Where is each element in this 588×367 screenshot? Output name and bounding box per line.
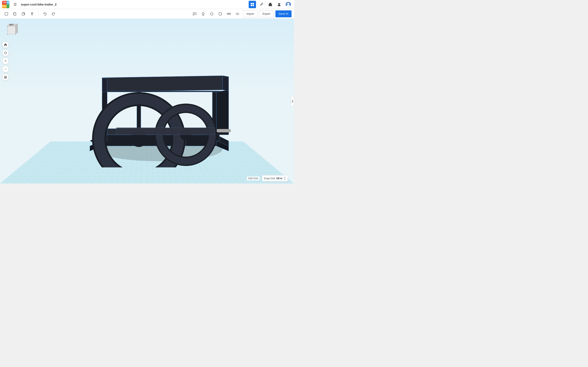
ruler-button[interactable]	[225, 10, 233, 18]
select-icon	[4, 12, 8, 16]
chevron-right-icon: ❯	[291, 100, 293, 103]
mirror-icon	[236, 12, 239, 16]
svg-rect-3	[252, 5, 254, 6]
shape-tool-button[interactable]	[208, 10, 216, 18]
svg-rect-13	[14, 13, 16, 15]
svg-rect-1	[252, 3, 254, 4]
tinkercad-logo[interactable]: TIN KER CAD	[2, 1, 9, 8]
zoom-out-button[interactable]: −	[2, 66, 9, 73]
hexagon-icon	[218, 12, 222, 16]
snap-grid-control: Snap Grid 1/8 in ▲ ▼	[262, 175, 288, 182]
zoom-in-button[interactable]: +	[2, 58, 9, 64]
plus-icon: +	[4, 59, 7, 63]
redo-icon	[52, 12, 55, 16]
ruler-icon	[227, 12, 231, 16]
logo-t: TIN	[2, 1, 7, 4]
project-title: super-cool-bike-trailer_2	[21, 3, 247, 6]
logo-k	[7, 4, 9, 8]
svg-point-6	[278, 3, 280, 5]
svg-marker-16	[210, 12, 213, 15]
fit-icon	[4, 51, 7, 54]
viewport[interactable]: BACK LEFT +	[0, 19, 294, 184]
duplicate-button[interactable]	[20, 10, 27, 18]
svg-point-47	[15, 26, 16, 26]
export-button[interactable]: Export	[259, 10, 274, 17]
perspective-icon	[4, 76, 7, 79]
svg-rect-0	[251, 3, 252, 4]
header-actions: +	[249, 1, 292, 8]
paste-icon	[13, 12, 17, 16]
logo-i: KER	[7, 1, 9, 4]
3d-model-container	[37, 35, 282, 167]
trash-icon	[30, 12, 34, 16]
view-cube-svg: BACK LEFT	[3, 22, 20, 38]
nav-controls: + −	[2, 41, 9, 81]
snap-increase-button[interactable]: ▲	[284, 176, 286, 178]
edit-grid-label: Edit Grid	[247, 176, 260, 180]
toolbar-right: Import Export Send To	[191, 10, 292, 18]
toolbar-separator-1	[38, 11, 39, 17]
send-to-button[interactable]: Send To	[276, 10, 292, 17]
delete-button[interactable]	[28, 10, 36, 18]
bottom-bar: Edit Grid Snap Grid 1/8 in ▲ ▼	[247, 175, 288, 182]
hamburger-menu-button[interactable]: ☰	[11, 1, 19, 8]
view-tools-group	[191, 10, 241, 18]
svg-point-46	[7, 26, 8, 26]
mirror-button[interactable]	[233, 10, 241, 18]
svg-point-50	[17, 24, 18, 25]
collapse-panel-button[interactable]: ❯	[291, 96, 294, 106]
snap-grid-value: 1/8 in	[276, 177, 282, 180]
hammer-tool-button[interactable]	[258, 1, 265, 8]
svg-marker-17	[219, 12, 222, 16]
comment-button[interactable]	[191, 10, 199, 18]
svg-rect-5	[269, 3, 271, 4]
svg-point-52	[4, 52, 7, 54]
svg-point-51	[17, 32, 18, 33]
logo-n: CAD	[2, 4, 7, 8]
svg-point-9	[287, 3, 289, 5]
lightbulb-icon	[201, 12, 205, 16]
header: TIN KER CAD ☰ super-cool-bike-trailer_2	[0, 0, 294, 9]
svg-text:+: +	[280, 3, 281, 4]
redo-button[interactable]	[50, 10, 57, 18]
user-profile-button[interactable]	[285, 1, 292, 8]
svg-point-15	[194, 13, 195, 14]
svg-text:LEFT: LEFT	[10, 25, 12, 26]
svg-rect-2	[251, 5, 252, 6]
home-icon	[4, 43, 7, 46]
comment-icon	[193, 12, 196, 16]
svg-rect-10	[5, 12, 8, 15]
grid-icon	[250, 2, 254, 7]
snap-grid-arrows: ▲ ▼	[284, 176, 286, 180]
toolbar: Import Export Send To	[0, 9, 294, 19]
perspective-button[interactable]	[2, 74, 9, 81]
svg-point-49	[15, 34, 16, 35]
avatar-icon	[285, 2, 291, 7]
duplicate-icon	[22, 12, 25, 16]
shapes-icon	[268, 2, 272, 7]
view-cube[interactable]: BACK LEFT	[3, 22, 17, 36]
minus-icon: −	[4, 67, 7, 71]
svg-rect-14	[22, 13, 24, 15]
undo-button[interactable]	[41, 10, 49, 18]
lightbulb-button[interactable]	[199, 10, 207, 18]
pentagon-icon	[210, 12, 214, 16]
hexagon-button[interactable]	[216, 10, 224, 18]
add-user-button[interactable]: +	[276, 1, 283, 8]
shapes-button[interactable]	[267, 1, 274, 8]
home-button[interactable]	[2, 41, 9, 48]
import-button[interactable]: Import	[243, 10, 258, 17]
undo-icon	[43, 12, 47, 16]
paste-button[interactable]	[11, 10, 19, 18]
fit-view-button[interactable]	[2, 49, 9, 56]
select-tool-button[interactable]	[2, 10, 10, 18]
bike-trailer-model	[76, 35, 243, 167]
user-icon: +	[277, 2, 281, 7]
snap-grid-label: Snap Grid	[264, 177, 275, 180]
grid-view-button[interactable]	[249, 1, 256, 8]
hammer-icon	[259, 2, 263, 7]
svg-rect-32	[216, 129, 231, 132]
svg-point-48	[7, 34, 8, 35]
snap-decrease-button[interactable]: ▼	[284, 178, 286, 180]
